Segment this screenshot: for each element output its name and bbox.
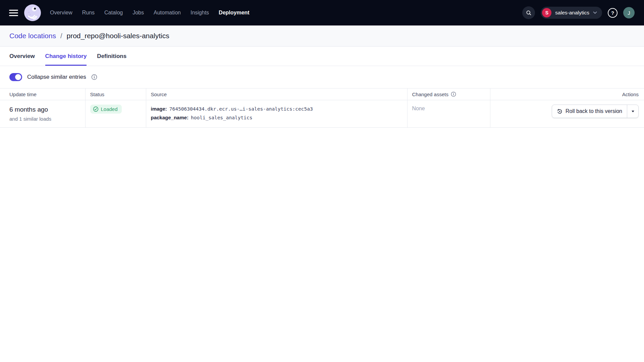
search-button[interactable] [522, 6, 535, 19]
nav-jobs[interactable]: Jobs [132, 10, 144, 16]
top-nav-bar: Overview Runs Catalog Jobs Automation In… [0, 0, 644, 25]
source-package-value: hooli_sales_analytics [191, 113, 252, 122]
col-actions: Actions [490, 88, 644, 100]
col-changed-assets: Changed assets [407, 88, 490, 100]
toggle-knob [15, 74, 21, 80]
cell-source: image: 764506304434.dkr.ecr.us-…i-sales-… [146, 100, 407, 128]
nav-automation[interactable]: Automation [154, 10, 181, 16]
info-icon[interactable] [91, 74, 97, 80]
table-row: 6 months ago and 1 similar loads Loaded … [0, 100, 644, 128]
help-button[interactable]: ? [608, 8, 618, 18]
breadcrumb-separator: / [60, 32, 62, 40]
rollback-icon [557, 109, 562, 114]
col-status: Status [85, 88, 146, 100]
dagster-logo[interactable] [24, 4, 41, 21]
change-history-table: Update time Status Source Changed assets… [0, 88, 644, 128]
tab-bar: Overview Change history Definitions [0, 47, 644, 66]
question-icon: ? [611, 10, 614, 16]
nav-catalog[interactable]: Catalog [104, 10, 123, 16]
nav-runs[interactable]: Runs [82, 10, 95, 16]
rollback-button-label: Roll back to this version [566, 108, 622, 114]
status-label: Loaded [101, 106, 118, 112]
check-circle-icon [93, 106, 99, 112]
cell-actions: Roll back to this version [490, 100, 644, 128]
topbar-right-cluster: S sales-analytics ? J [522, 6, 635, 19]
caret-down-icon [632, 111, 634, 112]
rollback-dropdown-button[interactable] [627, 105, 638, 118]
source-package-key: package_name: [151, 113, 189, 122]
nav-deployment[interactable]: Deployment [219, 10, 250, 16]
org-badge: S [542, 8, 551, 17]
source-image-value: 764506304434.dkr.ecr.us-…i-sales-analyti… [169, 105, 313, 113]
tab-overview[interactable]: Overview [9, 47, 35, 66]
col-source: Source [146, 88, 407, 100]
menu-icon[interactable] [9, 10, 18, 16]
update-time: 6 months ago [9, 105, 80, 113]
rollback-split-button: Roll back to this version [552, 105, 639, 118]
rollback-button[interactable]: Roll back to this version [552, 105, 627, 118]
cell-update-time: 6 months ago and 1 similar loads [0, 100, 85, 128]
breadcrumb-code-locations-link[interactable]: Code locations [9, 32, 56, 40]
changed-assets-label: Changed assets [412, 92, 448, 97]
changed-assets-value: None [412, 105, 485, 112]
nav-insights[interactable]: Insights [191, 10, 209, 16]
chevron-down-icon [593, 11, 597, 14]
search-icon [526, 10, 532, 16]
source-image-key: image: [151, 105, 167, 113]
user-avatar[interactable]: J [623, 7, 635, 18]
dagster-logo-icon [24, 4, 41, 21]
page-title: prod_repo@hooli-sales-analytics [66, 32, 169, 40]
collapse-toggle-label: Collapse similar entries [27, 74, 86, 80]
cell-changed-assets: None [407, 100, 490, 128]
org-label: sales-analytics [555, 10, 589, 16]
nav-overview[interactable]: Overview [50, 10, 72, 16]
status-badge: Loaded [90, 105, 122, 114]
breadcrumb: Code locations / prod_repo@hooli-sales-a… [0, 25, 644, 47]
changed-assets-info-icon[interactable] [451, 92, 456, 97]
tab-change-history[interactable]: Change history [45, 47, 87, 66]
primary-nav: Overview Runs Catalog Jobs Automation In… [50, 10, 250, 16]
col-update-time: Update time [0, 88, 85, 100]
cell-status: Loaded [85, 100, 146, 128]
table-header-row: Update time Status Source Changed assets… [0, 88, 644, 100]
org-switcher[interactable]: S sales-analytics [541, 7, 602, 19]
similar-loads-note: and 1 similar loads [9, 116, 80, 122]
tab-definitions[interactable]: Definitions [97, 47, 126, 66]
collapse-similar-entries-toggle[interactable] [9, 73, 22, 81]
filter-row: Collapse similar entries [0, 66, 644, 88]
